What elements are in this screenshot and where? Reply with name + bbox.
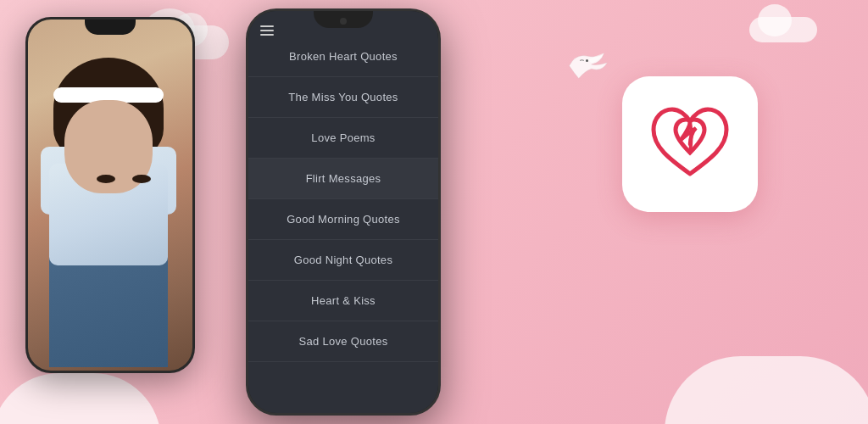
menu-item-2[interactable]: The Miss You Quotes bbox=[248, 77, 438, 118]
heart-logo-icon bbox=[643, 98, 737, 191]
right-phone: Broken Heart QuotesThe Miss You QuotesLo… bbox=[246, 8, 441, 416]
cloud-top-right bbox=[749, 17, 817, 42]
menu-item-1[interactable]: Broken Heart Quotes bbox=[248, 36, 438, 77]
app-icon-area bbox=[622, 76, 758, 212]
menu-item-8[interactable]: Sad Love Quotes bbox=[248, 321, 438, 362]
app-icon-box bbox=[622, 76, 758, 212]
hamburger-line-2 bbox=[260, 30, 274, 31]
left-phone bbox=[25, 17, 195, 373]
camera-dot bbox=[340, 18, 347, 25]
menu-list: Broken Heart QuotesThe Miss You QuotesLo… bbox=[248, 36, 438, 362]
hamburger-line-3 bbox=[260, 34, 274, 36]
menu-item-3[interactable]: Love Poems bbox=[248, 118, 438, 159]
svg-point-0 bbox=[586, 59, 588, 62]
menu-item-4[interactable]: Flirt Messages bbox=[248, 159, 438, 199]
dove-icon bbox=[563, 47, 614, 85]
left-eye bbox=[97, 175, 115, 183]
menu-item-6[interactable]: Good Night Quotes bbox=[248, 240, 438, 281]
hamburger-line-1 bbox=[260, 25, 274, 27]
hamburger-menu-icon[interactable] bbox=[260, 25, 274, 36]
right-eye bbox=[132, 175, 151, 183]
portrait-illustration bbox=[49, 45, 176, 367]
left-phone-screen bbox=[28, 20, 192, 371]
menu-item-5[interactable]: Good Morning Quotes bbox=[248, 199, 438, 240]
face bbox=[64, 100, 153, 193]
menu-item-7[interactable]: Heart & Kiss bbox=[248, 281, 438, 321]
phone-screen: Broken Heart QuotesThe Miss You QuotesLo… bbox=[248, 11, 438, 413]
left-phone-notch bbox=[85, 20, 136, 35]
